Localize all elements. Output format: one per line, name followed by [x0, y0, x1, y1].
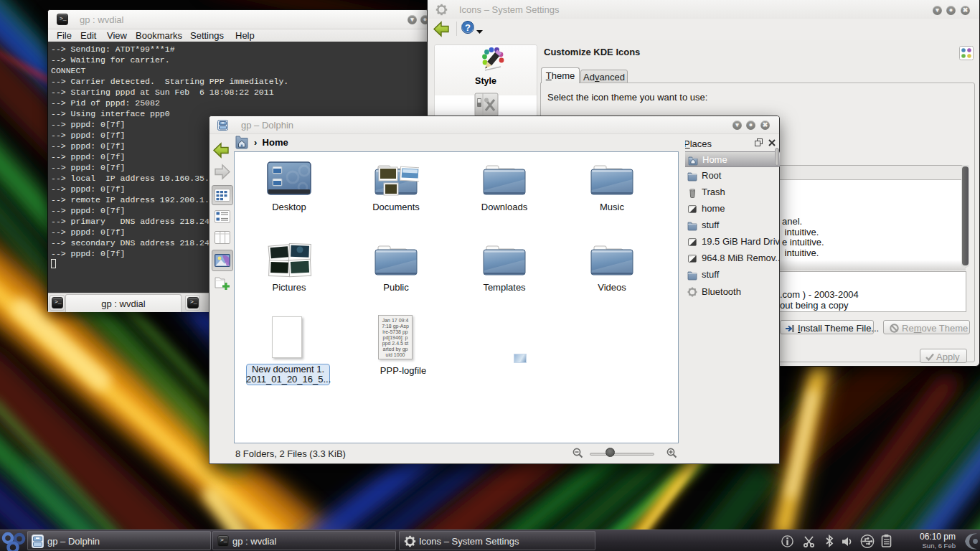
svg-text:?: ? [465, 22, 471, 33]
